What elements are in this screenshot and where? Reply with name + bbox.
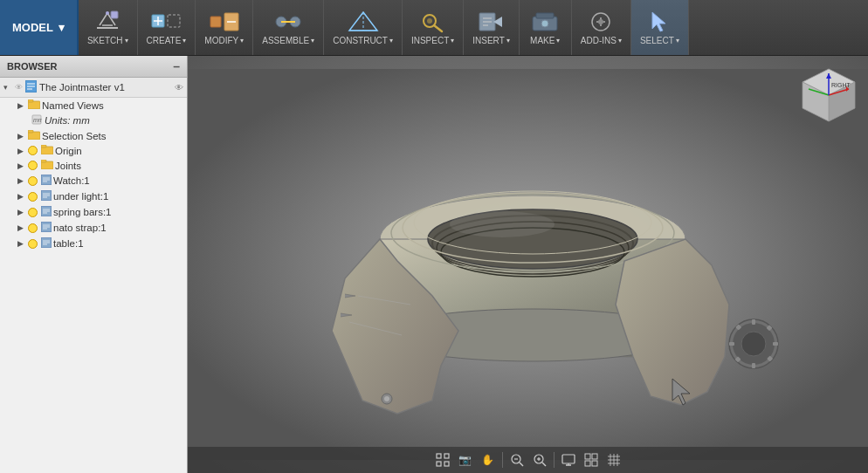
- root-doc-icon: [25, 80, 37, 94]
- vp-grid2-btn[interactable]: [603, 450, 624, 470]
- table-item[interactable]: ▶ table:1: [0, 236, 187, 251]
- svg-point-62: [450, 211, 555, 237]
- select-label: SELECT▾: [640, 36, 679, 45]
- modify-icons: [209, 10, 240, 34]
- vp-sep-2: [554, 452, 555, 468]
- root-label: The Jointmaster v1: [39, 82, 125, 93]
- insert-group[interactable]: INSERT▾: [464, 0, 520, 55]
- svg-point-59: [741, 332, 766, 356]
- under-light-label: under light:1: [53, 191, 108, 202]
- model-button[interactable]: MODEL ▾: [0, 0, 79, 55]
- watch-item[interactable]: ▶ Watch:1: [0, 173, 187, 189]
- svg-rect-2: [111, 11, 118, 18]
- svg-point-21: [598, 19, 603, 24]
- modify-label: MODIFY▾: [204, 36, 244, 45]
- origin-item[interactable]: ▶ Origin: [0, 143, 187, 158]
- svg-point-14: [427, 18, 432, 24]
- origin-bulb: [28, 146, 38, 155]
- svg-marker-22: [652, 12, 665, 31]
- under-light-item[interactable]: ▶ under light:1: [0, 189, 187, 204]
- browser-panel: BROWSER – ▾ 👁 The Jointmaster v1 👁 ▶ Na: [0, 56, 188, 473]
- watch-component: [41, 175, 52, 187]
- joints-bulb: [28, 161, 38, 170]
- insert-label: INSERT▾: [472, 36, 510, 45]
- assemble-label: ASSEMBLE▾: [262, 36, 314, 45]
- viewport[interactable]: RIGHT 📷 ✋: [188, 56, 868, 473]
- svg-text:mm: mm: [33, 117, 42, 123]
- named-views-item[interactable]: ▶ Named Views: [0, 98, 187, 113]
- vp-zoom-out-btn[interactable]: [506, 450, 527, 470]
- named-views-chevron: ▶: [17, 101, 26, 110]
- insert-icons: [476, 10, 507, 34]
- browser-content: ▾ 👁 The Jointmaster v1 👁 ▶ Named Views: [0, 78, 187, 473]
- selection-sets-folder: [28, 130, 40, 141]
- vp-grid-btn[interactable]: [581, 450, 602, 470]
- selection-sets-chevron: ▶: [17, 132, 26, 141]
- table-label: table:1: [53, 238, 84, 249]
- construct-label: CONSTRUCT▾: [333, 36, 393, 45]
- nato-strap-chevron: ▶: [17, 223, 26, 232]
- nato-strap-item[interactable]: ▶ nato strap:1: [0, 220, 187, 236]
- create-group[interactable]: CREATE▾: [138, 0, 196, 55]
- vp-display-btn[interactable]: [558, 450, 579, 470]
- browser-header: BROWSER –: [0, 56, 187, 78]
- make-label: MAKE▾: [530, 36, 560, 45]
- units-label: Units: mm: [45, 115, 90, 126]
- svg-rect-31: [41, 145, 46, 147]
- model-label: MODEL: [12, 21, 53, 34]
- origin-folder: [41, 145, 53, 156]
- watch-label: Watch:1: [53, 175, 90, 186]
- named-views-label: Named Views: [42, 100, 104, 111]
- viewport-toolbar: 📷 ✋: [188, 447, 868, 473]
- vp-zoom-in-btn[interactable]: [529, 450, 550, 470]
- root-chevron: ▾: [3, 83, 12, 92]
- svg-text:RIGHT: RIGHT: [831, 82, 851, 88]
- vp-camera-btn[interactable]: 📷: [455, 450, 476, 470]
- under-light-chevron: ▶: [17, 192, 26, 201]
- construct-group[interactable]: CONSTRUCT▾: [324, 0, 403, 55]
- browser-collapse-btn[interactable]: –: [173, 59, 180, 73]
- under-light-bulb: [28, 192, 38, 202]
- model-canvas: RIGHT 📷 ✋: [188, 56, 868, 473]
- svg-rect-52: [752, 363, 755, 368]
- svg-rect-81: [562, 455, 575, 463]
- create-icons: [150, 10, 182, 34]
- origin-chevron: ▶: [17, 147, 26, 155]
- modify-group[interactable]: MODIFY▾: [196, 0, 253, 55]
- svg-point-1: [106, 11, 109, 15]
- svg-line-76: [520, 463, 523, 466]
- sketch-icons: [95, 10, 120, 34]
- vp-pan-btn[interactable]: ✋: [478, 450, 499, 470]
- joints-label: Joints: [55, 161, 81, 171]
- joints-item[interactable]: ▶ Joints: [0, 158, 187, 173]
- under-light-component: [41, 190, 52, 202]
- selection-sets-item[interactable]: ▶ Selection Sets: [0, 128, 187, 143]
- svg-rect-85: [592, 454, 597, 459]
- root-eye[interactable]: 👁: [15, 83, 23, 92]
- svg-rect-54: [773, 342, 778, 346]
- make-group[interactable]: MAKE▾: [520, 0, 572, 55]
- assemble-group[interactable]: ASSEMBLE▾: [253, 0, 324, 55]
- svg-line-80: [542, 463, 546, 466]
- spring-bars-item[interactable]: ▶ spring bars:1: [0, 204, 187, 220]
- create-label: CREATE▾: [147, 36, 187, 45]
- svg-rect-53: [729, 342, 734, 346]
- select-group[interactable]: SELECT▾: [631, 0, 689, 55]
- nato-strap-bulb: [28, 223, 38, 233]
- add-ins-group[interactable]: ADD-INS▾: [572, 0, 631, 55]
- nav-cube[interactable]: RIGHT: [798, 65, 859, 126]
- svg-rect-84: [585, 454, 590, 459]
- sketch-label: SKETCH▾: [87, 36, 128, 45]
- svg-rect-29: [28, 130, 33, 133]
- svg-rect-71: [444, 454, 449, 458]
- sketch-group[interactable]: SKETCH▾: [79, 0, 138, 55]
- main-area: BROWSER – ▾ 👁 The Jointmaster v1 👁 ▶ Na: [0, 56, 868, 473]
- selection-sets-label: Selection Sets: [42, 131, 107, 141]
- svg-rect-86: [585, 461, 590, 466]
- svg-rect-0: [97, 27, 118, 29]
- inspect-group[interactable]: INSPECT▾: [403, 0, 464, 55]
- svg-rect-33: [41, 160, 46, 162]
- root-eye2[interactable]: 👁: [175, 83, 183, 93]
- tree-root-item[interactable]: ▾ 👁 The Jointmaster v1 👁: [0, 78, 187, 98]
- vp-fit-btn[interactable]: [432, 450, 453, 470]
